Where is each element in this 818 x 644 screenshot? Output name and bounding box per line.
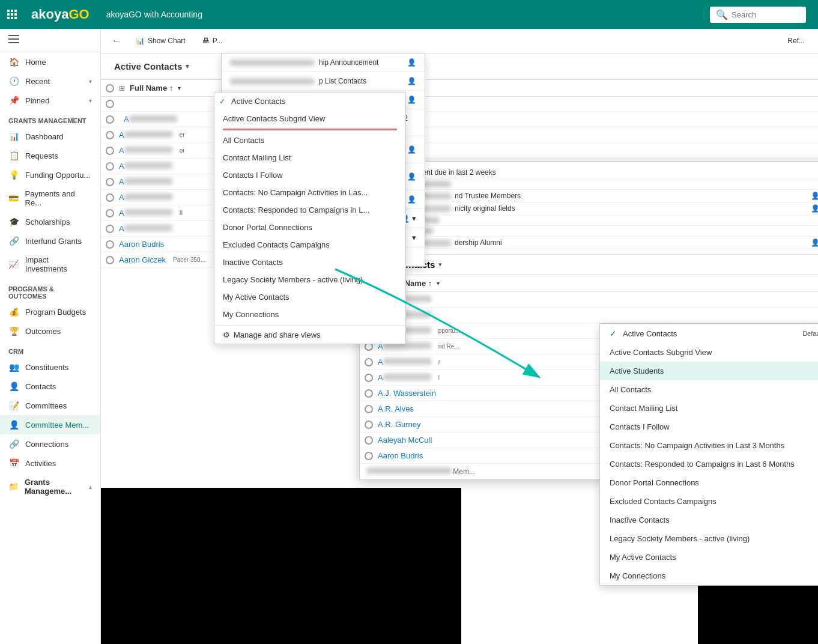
row-radio[interactable]	[106, 100, 114, 108]
row-radio[interactable]	[106, 178, 114, 186]
dd2-my-connections[interactable]: My Connections	[600, 567, 818, 585]
dd-my-active-contacts[interactable]: My Active Contacts	[214, 288, 405, 306]
row-radio[interactable]	[106, 225, 114, 233]
contact-link[interactable]: A.R. Gurney	[378, 420, 421, 429]
view-selector-1[interactable]: Active Contacts ▾	[109, 58, 194, 74]
contact-link[interactable]: A.J. Wasserstein	[378, 389, 436, 398]
dd-contacts-no-campaign[interactable]: Contacts: No Campaign Activities in Las.…	[214, 184, 405, 201]
dd-donor-portal[interactable]: Donor Portal Connections	[214, 219, 405, 236]
tree-view-icon[interactable]: ⊞	[119, 84, 125, 93]
contact-link[interactable]: A	[119, 162, 172, 171]
contact-link[interactable]: A	[378, 373, 431, 382]
chevron-down-icon-2[interactable]: ▾	[438, 261, 442, 269]
row-radio[interactable]	[106, 147, 114, 155]
dd-contacts-follow[interactable]: Contacts I Follow	[214, 166, 405, 184]
refresh-button[interactable]: Ref...	[781, 34, 811, 48]
sidebar-item-program-budgets[interactable]: 💰 Program Budgets	[0, 302, 100, 321]
dd-separator	[223, 129, 397, 130]
select-all-radio[interactable]	[106, 84, 114, 93]
row-radio[interactable]	[106, 162, 114, 171]
contact-link[interactable]: Aaron Budris	[378, 451, 423, 460]
contact-link[interactable]: A	[119, 224, 172, 233]
dd2-my-active-contacts[interactable]: My Active Contacts	[600, 548, 818, 567]
contact-link[interactable]: Aaron Giczek	[119, 255, 166, 264]
row-radio[interactable]	[365, 405, 373, 413]
sidebar-item-contacts[interactable]: 👤 Contacts	[0, 377, 100, 396]
sidebar-item-pinned[interactable]: 📌 Pinned ▾	[0, 91, 100, 110]
sidebar-item-payments[interactable]: 💳 Payments and Re...	[0, 184, 100, 212]
contact-link[interactable]: Aaleyah McCull	[378, 436, 432, 445]
contact-link[interactable]: A	[119, 193, 172, 202]
contact-link[interactable]: A	[124, 115, 177, 124]
contact-link[interactable]: A	[119, 130, 172, 139]
dd2-inactive-contacts[interactable]: Inactive Contacts	[600, 511, 818, 529]
row-radio[interactable]	[365, 421, 373, 429]
row-radio[interactable]	[365, 452, 373, 460]
dd2-active-students[interactable]: Active Students	[600, 362, 818, 380]
dd-inactive-contacts[interactable]: Inactive Contacts	[214, 254, 405, 271]
dd2-excluded-campaigns[interactable]: Excluded Contacts Campaigns	[600, 492, 818, 511]
show-chart-button[interactable]: 📊 Show Chart	[130, 34, 192, 48]
row-radio[interactable]	[106, 240, 114, 249]
search-result-item[interactable]: hip Announcement 👤	[222, 53, 425, 72]
dd-excluded-campaigns[interactable]: Excluded Contacts Campaigns	[214, 236, 405, 254]
sidebar-item-impact[interactable]: 📈 Impact Investments	[0, 251, 100, 278]
sidebar-item-grants-mgmt[interactable]: 📁 Grants Manageme... ▴	[0, 473, 100, 500]
contact-link[interactable]: A	[119, 208, 172, 217]
row-radio[interactable]	[365, 436, 373, 445]
dd2-active-contacts-subgrid[interactable]: Active Contacts Subgrid View	[600, 343, 818, 362]
sidebar-item-scholarships[interactable]: 🎓 Scholarships	[0, 212, 100, 231]
dd-contact-mailing[interactable]: Contact Mailing List	[214, 149, 405, 166]
grid-menu-icon[interactable]	[0, 0, 24, 29]
row-radio[interactable]	[365, 358, 373, 366]
contact-link[interactable]: A.R. Alves	[378, 404, 414, 413]
sidebar-item-home[interactable]: 🏠 Home	[0, 52, 100, 71]
dd-my-connections[interactable]: My Connections	[214, 306, 405, 323]
back-button[interactable]: ←	[108, 34, 125, 47]
search-input[interactable]	[732, 10, 798, 19]
contact-link[interactable]: A	[119, 177, 172, 186]
sidebar-item-connections[interactable]: 🔗 Connections	[0, 434, 100, 454]
dd-contacts-responded[interactable]: Contacts: Responded to Campaigns in L...	[214, 201, 405, 219]
contact-link[interactable]: Aaron Budris	[119, 240, 164, 249]
print-button[interactable]: 🖶 P...	[196, 34, 228, 48]
dd-active-contacts[interactable]: ✓ Active Contacts	[214, 93, 405, 110]
row-radio[interactable]	[106, 115, 114, 124]
dd2-legacy-society[interactable]: Legacy Society Members - active (living)	[600, 529, 818, 548]
dd2-item-label: Excluded Contacts Campaigns	[610, 497, 717, 506]
row-radio[interactable]	[365, 389, 373, 398]
sidebar-item-committee-mem[interactable]: 👤 Committee Mem...	[0, 415, 100, 434]
row-radio[interactable]	[106, 131, 114, 139]
dd2-contacts-responded[interactable]: Contacts: Responded to Campaigns in Last…	[600, 455, 818, 473]
dd2-contact-mailing[interactable]: Contact Mailing List	[600, 399, 818, 418]
dd-all-contacts[interactable]: All Contacts	[214, 132, 405, 149]
sidebar-item-interfund[interactable]: 🔗 Interfund Grants	[0, 231, 100, 251]
row-radio[interactable]	[106, 256, 114, 264]
full-name-column[interactable]: Full Name ↑	[130, 84, 173, 93]
dd2-contacts-no-campaign[interactable]: Contacts: No Campaign Activities in Last…	[600, 436, 818, 455]
sidebar-item-committees[interactable]: 📝 Committees	[0, 396, 100, 415]
dd2-contacts-follow[interactable]: Contacts I Follow	[600, 418, 818, 436]
sidebar-hamburger[interactable]	[0, 29, 100, 52]
sidebar-item-requests[interactable]: 📋 Requests	[0, 146, 100, 165]
row-radio[interactable]	[106, 193, 114, 202]
row-radio[interactable]	[365, 374, 373, 382]
dd-manage-views[interactable]: ⚙ Manage and share views	[214, 326, 405, 344]
sidebar-item-outcomes[interactable]: 🏆 Outcomes	[0, 321, 100, 341]
sidebar-item-activities[interactable]: 📅 Activities	[0, 454, 100, 473]
dd2-all-contacts[interactable]: All Contacts	[600, 380, 818, 399]
sidebar-item-dashboard[interactable]: 📊 Dashboard	[0, 127, 100, 146]
contact-link[interactable]: A	[119, 146, 172, 155]
row-radio[interactable]	[106, 209, 114, 217]
dd-legacy-society[interactable]: Legacy Society Members - active (living)	[214, 271, 405, 288]
dd2-donor-portal[interactable]: Donor Portal Connections	[600, 473, 818, 492]
sidebar-item-constituents[interactable]: 👥 Constituents	[0, 357, 100, 377]
sidebar-item-recent[interactable]: 🕐 Recent ▾	[0, 71, 100, 91]
sidebar-item-funding[interactable]: 💡 Funding Opportu...	[0, 165, 100, 184]
contact-link[interactable]: A	[378, 357, 431, 366]
sidebar-item-label: Scholarships	[25, 217, 70, 226]
dd-active-contacts-subgrid[interactable]: Active Contacts Subgrid View	[214, 110, 405, 127]
dd2-active-contacts[interactable]: ✓ Active Contacts Default	[600, 324, 818, 343]
search-box[interactable]: 🔍	[710, 7, 806, 23]
search-result-item[interactable]: p List Contacts 👤	[222, 72, 425, 91]
